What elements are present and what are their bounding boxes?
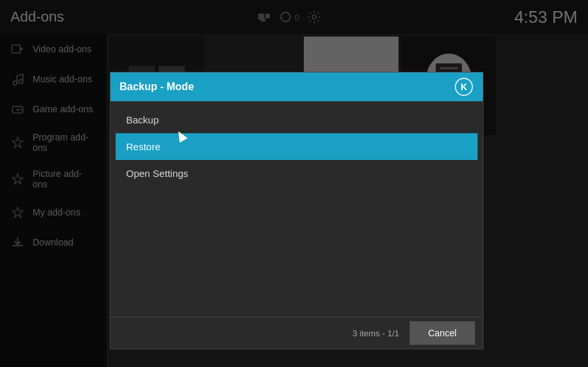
cancel-button[interactable]: Cancel: [410, 321, 475, 345]
menu-item-open-settings-label: Open Settings: [126, 168, 188, 179]
menu-item-restore[interactable]: Restore: [116, 133, 478, 160]
footer-count: 3 items - 1/1: [352, 328, 399, 338]
kodi-logo-icon: K: [454, 77, 474, 97]
dialog-footer: 3 items - 1/1 Cancel: [110, 317, 483, 349]
dialog-title: Backup - Mode: [120, 81, 194, 93]
svg-text:K: K: [461, 82, 467, 92]
dialog-header: Backup - Mode K: [110, 72, 483, 101]
backup-mode-dialog: Backup - Mode K Backup Restore Open Sett…: [110, 72, 483, 349]
menu-item-backup[interactable]: Backup: [116, 106, 478, 133]
menu-item-open-settings[interactable]: Open Settings: [116, 160, 478, 187]
menu-item-backup-label: Backup: [126, 114, 159, 125]
menu-item-restore-label: Restore: [126, 141, 161, 152]
dialog-body: Backup Restore Open Settings: [110, 101, 483, 317]
kodi-icon: K: [455, 78, 473, 96]
